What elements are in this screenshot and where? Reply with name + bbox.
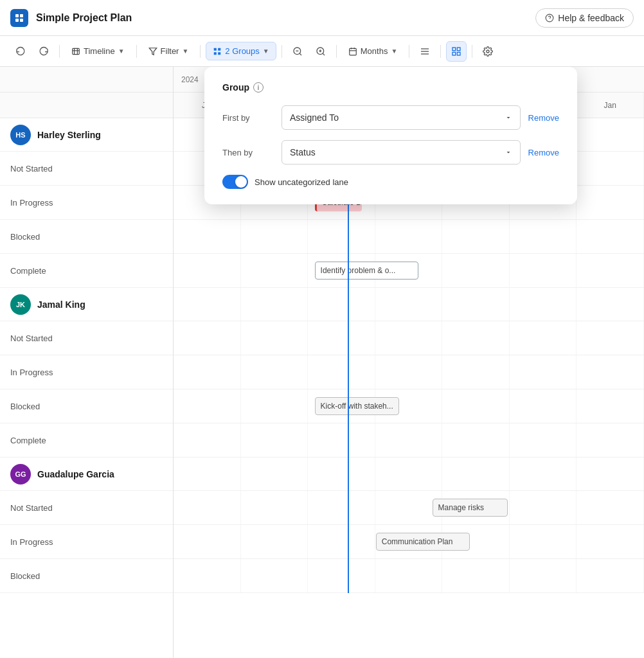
first-by-select[interactable]: Assigned To Status Priority: [282, 105, 521, 130]
divider-3: [200, 45, 201, 58]
info-icon[interactable]: i: [253, 82, 264, 93]
grid-cell: [174, 458, 241, 490]
undo-button[interactable]: [10, 41, 31, 62]
group-header-hs[interactable]: HS Harley Sterling: [0, 118, 173, 152]
groups-chevron: ▼: [263, 48, 269, 55]
topbar: Simple Project Plan Help & feedback: [0, 0, 644, 36]
sub-row-jk-3: Complete: [0, 423, 173, 458]
divider-5: [336, 45, 337, 58]
grid-cell: [577, 491, 644, 524]
settings-button[interactable]: [478, 41, 498, 62]
timeline-group-row-gg: [174, 458, 644, 491]
filter-chevron: ▼: [182, 48, 188, 55]
then-by-row: Then by Assigned To Status Priority Remo…: [222, 140, 559, 164]
grid-cell: [510, 458, 577, 490]
avatar-jk: JK: [10, 294, 31, 315]
zoom-out-button[interactable]: [287, 41, 308, 62]
grid-cell: [577, 458, 644, 490]
timeline-row-jk-0: [174, 321, 644, 355]
grid-cell: [510, 220, 577, 253]
group-name-jk: Jamal King: [37, 299, 85, 310]
grid-cell: [174, 389, 241, 423]
sub-row-hs-1: In Progress: [0, 186, 173, 220]
grid-cell: [308, 491, 375, 524]
grid-cell: [174, 288, 241, 321]
svg-rect-1: [20, 14, 23, 17]
group-name-hs: Harley Sterling: [37, 130, 101, 140]
grid-cell: [174, 525, 241, 558]
grid-cell: [174, 423, 241, 457]
group-header-gg[interactable]: GG Guadalupe Garcia: [0, 458, 173, 491]
grid-cell: [510, 423, 577, 457]
timeline-bar-kick-off-with-stakeh---[interactable]: Kick-off with stakeh...: [315, 397, 400, 415]
grid-cell: [577, 423, 644, 457]
avatar-gg: GG: [10, 464, 31, 485]
redo-button[interactable]: [33, 41, 54, 62]
zoom-in-button[interactable]: [310, 41, 331, 62]
grid-cell: [577, 152, 644, 185]
popup-title: Group i: [222, 82, 559, 93]
svg-line-19: [323, 53, 325, 55]
grid-cell: [510, 389, 577, 423]
filter-button[interactable]: Filter ▼: [142, 42, 195, 60]
app-icon: [10, 9, 28, 27]
timeline-row-jk-3: [174, 423, 644, 458]
group-name-gg: Guadalupe Garcia: [37, 469, 114, 479]
grid-cell: [442, 458, 510, 490]
help-feedback-button[interactable]: Help & feedback: [535, 8, 634, 28]
svg-marker-10: [149, 48, 157, 55]
grid-cell: [375, 220, 443, 253]
months-chevron: ▼: [391, 48, 397, 55]
uncategorized-toggle[interactable]: [222, 175, 248, 189]
grid-cell: [308, 288, 375, 321]
first-by-remove[interactable]: Remove: [528, 113, 559, 123]
timeline-row-gg-0: [174, 491, 644, 525]
grid-view-button[interactable]: [446, 41, 467, 62]
grid-cell: [174, 491, 241, 524]
divider-6: [409, 45, 409, 58]
timeline-bar-manage-risks[interactable]: Manage risks: [433, 499, 508, 517]
grid-cell: [174, 254, 241, 287]
sub-row-hs-3: Complete: [0, 254, 173, 288]
grid-cell: [577, 186, 644, 219]
grid-cell: [442, 389, 510, 423]
then-by-remove[interactable]: Remove: [528, 148, 559, 157]
month-cell-jan: Jan: [577, 93, 644, 118]
grid-cell: [577, 355, 644, 389]
grid-cell: [577, 288, 644, 321]
divider-1: [59, 45, 60, 58]
grid-cell: [442, 288, 510, 321]
sub-row-hs-0: Not Started: [0, 152, 173, 186]
svg-point-33: [487, 50, 489, 53]
timeline-bar-identify-problem---o---[interactable]: Identify problem & o...: [315, 262, 418, 280]
groups-button[interactable]: 2 Groups ▼: [206, 42, 276, 60]
grid-cell: [375, 321, 443, 355]
list-view-button[interactable]: [415, 41, 435, 62]
grid-cell: [308, 559, 375, 592]
grid-cell: [241, 458, 309, 490]
group-header-jk[interactable]: JK Jamal King: [0, 288, 173, 321]
grid-cell: [241, 355, 309, 389]
timeline-bar-communication-plan[interactable]: Communication Plan: [376, 533, 470, 551]
svg-rect-12: [219, 48, 221, 50]
months-button[interactable]: Months ▼: [342, 42, 404, 60]
grid-cell: [174, 355, 241, 389]
grid-cell: [375, 288, 443, 321]
grid-cell: [375, 559, 443, 592]
grid-cell: [442, 321, 510, 355]
grid-cell: [510, 559, 577, 592]
grid-cell: [241, 423, 309, 457]
year-label: 2024: [181, 75, 199, 84]
grid-cell: [510, 525, 577, 558]
timeline-button[interactable]: Timeline ▼: [65, 42, 131, 60]
avatar-hs: HS: [10, 125, 31, 145]
grid-cell: [308, 423, 375, 457]
grid-cell: [510, 321, 577, 355]
svg-rect-14: [219, 52, 221, 55]
months-row-left: [0, 93, 173, 118]
then-by-select[interactable]: Assigned To Status Priority: [282, 140, 521, 164]
sub-row-jk-1: In Progress: [0, 355, 173, 389]
grid-cell: [442, 355, 510, 389]
sub-row-jk-2: Blocked: [0, 389, 173, 423]
sub-row-gg-1: In Progress: [0, 525, 173, 559]
